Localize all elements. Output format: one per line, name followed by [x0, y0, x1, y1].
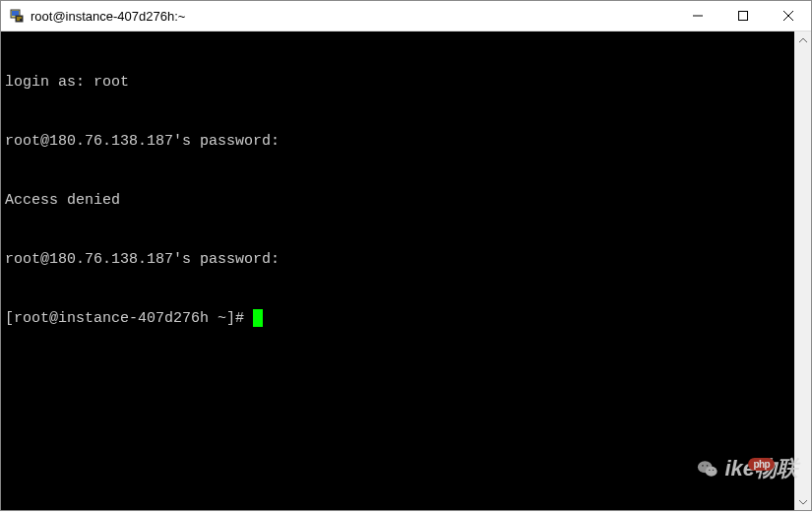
terminal-line: login as: root	[5, 73, 790, 93]
scroll-down-button[interactable]	[794, 493, 811, 510]
scroll-thumb[interactable]	[794, 48, 811, 493]
terminal-cursor	[253, 309, 263, 327]
terminal-line: root@180.76.138.187's password:	[5, 250, 790, 270]
svg-rect-1	[12, 11, 19, 16]
putty-icon	[9, 8, 25, 24]
maximize-button[interactable]	[720, 1, 766, 31]
terminal[interactable]: login as: root root@180.76.138.187's pas…	[1, 32, 794, 510]
minimize-icon	[693, 11, 703, 21]
terminal-prompt: [root@instance-407d276h ~]#	[5, 310, 253, 327]
terminal-line: root@180.76.138.187's password:	[5, 132, 790, 152]
terminal-prompt-line: [root@instance-407d276h ~]#	[5, 309, 790, 329]
close-button[interactable]	[766, 1, 811, 31]
window-controls	[675, 1, 811, 31]
chevron-down-icon	[799, 500, 807, 504]
putty-window: root@instance-407d276h:~ login as: root …	[0, 0, 812, 511]
chevron-up-icon	[799, 38, 807, 42]
scrollbar[interactable]	[794, 32, 811, 510]
svg-rect-6	[739, 12, 748, 21]
terminal-container: login as: root root@180.76.138.187's pas…	[1, 32, 811, 510]
scroll-up-button[interactable]	[794, 32, 811, 48]
minimize-button[interactable]	[675, 1, 720, 31]
close-icon	[783, 11, 793, 21]
svg-rect-2	[16, 16, 23, 22]
window-title: root@instance-407d276h:~	[31, 9, 675, 24]
titlebar[interactable]: root@instance-407d276h:~	[1, 1, 811, 32]
terminal-line: Access denied	[5, 191, 790, 211]
maximize-icon	[738, 11, 748, 21]
